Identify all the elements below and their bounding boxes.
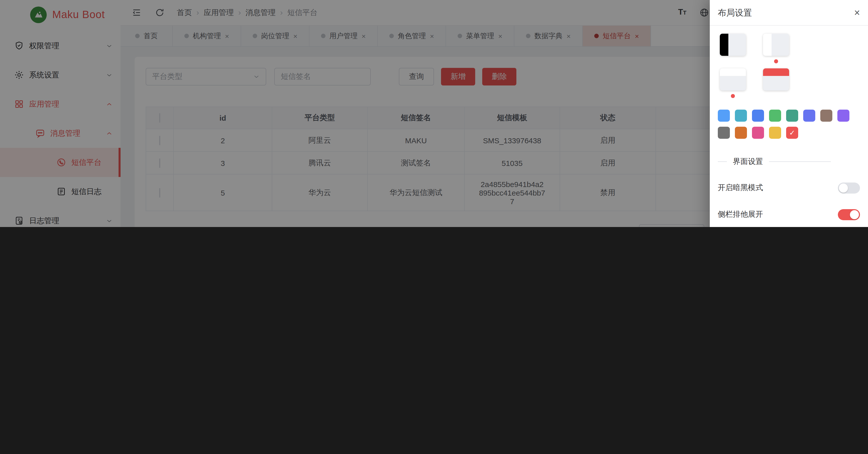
sidebar-accordion-toggle[interactable] — [838, 209, 860, 220]
theme-color-swatch[interactable]: ✓ — [718, 110, 730, 122]
layout-option-grid — [718, 34, 860, 90]
check-icon: ✓ — [789, 129, 795, 137]
theme-color-swatch[interactable]: ✓ — [718, 127, 730, 139]
drawer-header: 布局设置 × — [710, 0, 868, 26]
theme-color-swatch[interactable]: ✓ — [752, 127, 764, 139]
layout-option-light-sidebar[interactable] — [763, 34, 789, 56]
drawer-body: ✓ ✓ ✓ ✓ ✓ ✓ ✓ ✓ ✓ ✓ ✓ ✓ ✓ 界面设置 — [710, 26, 868, 227]
layout-option-light-header[interactable] — [720, 68, 746, 90]
dark-mode-toggle[interactable] — [838, 182, 860, 193]
interface-settings-divider: 界面设置 — [718, 157, 860, 166]
drawer-title: 布局设置 — [718, 7, 752, 18]
theme-color-swatches: ✓ ✓ ✓ ✓ ✓ ✓ ✓ ✓ ✓ ✓ ✓ ✓ ✓ — [718, 110, 856, 139]
selected-dot-icon — [731, 94, 735, 98]
theme-color-swatch[interactable]: ✓ — [820, 110, 832, 122]
layout-settings-drawer: 布局设置 × — [710, 0, 868, 227]
theme-color-swatch[interactable]: ✓ — [752, 110, 764, 122]
selected-dot-icon — [774, 59, 778, 63]
theme-color-swatch[interactable]: ✓ — [735, 110, 747, 122]
setting-sidebar-accordion: 侧栏排他展开 — [718, 201, 860, 227]
interface-settings: 开启暗黑模式 侧栏排他展开 开启LOGO 开启面包屑 开启标签页 — [718, 174, 860, 227]
theme-color-swatch[interactable]: ✓ — [786, 127, 798, 139]
close-icon[interactable]: × — [854, 7, 860, 18]
theme-color-swatch[interactable]: ✓ — [769, 110, 781, 122]
theme-color-swatch[interactable]: ✓ — [803, 110, 815, 122]
section-title: 界面设置 — [733, 157, 763, 166]
app-root: Maku Boot 权限管理 系统设置 — [0, 0, 868, 227]
layout-option-dark-sidebar[interactable] — [720, 34, 746, 56]
theme-color-swatch[interactable]: ✓ — [786, 110, 798, 122]
theme-color-swatch[interactable]: ✓ — [769, 127, 781, 139]
theme-color-swatch[interactable]: ✓ — [837, 110, 849, 122]
theme-color-swatch[interactable]: ✓ — [735, 127, 747, 139]
layout-option-red-header[interactable] — [763, 68, 789, 90]
setting-dark-mode: 开启暗黑模式 — [718, 174, 860, 201]
